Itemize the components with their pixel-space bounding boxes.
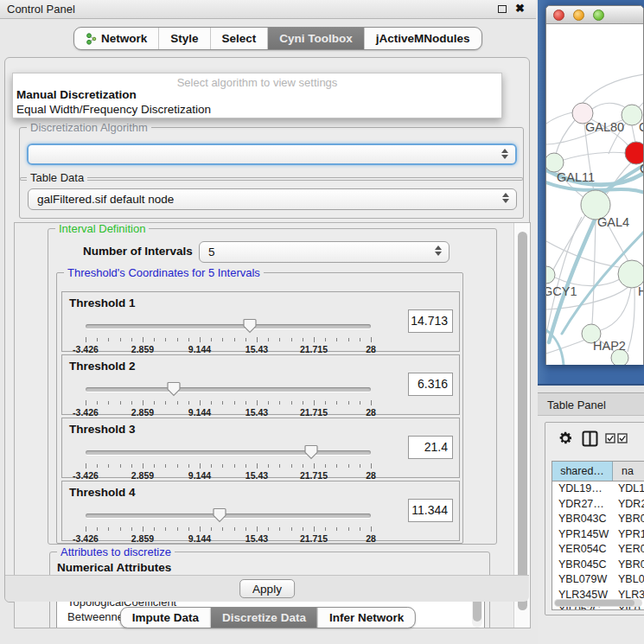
tab-label: Discretize Data (222, 611, 306, 624)
threshold-slider[interactable]: -3.4262.8599.14415.4321.71528 (84, 507, 373, 542)
network-edge[interactable] (632, 125, 635, 143)
network-node-gal11[interactable] (546, 153, 564, 172)
slider-track[interactable] (86, 450, 371, 455)
column-header-shared-name[interactable]: shared… (552, 462, 613, 481)
table-row[interactable]: YDL19…YDL1 (552, 481, 644, 497)
slider-tick (108, 464, 109, 468)
table-row[interactable]: YPR145WYPR1 (552, 527, 644, 543)
slider-thumb[interactable] (213, 507, 226, 523)
slider-thumb[interactable] (243, 318, 257, 334)
threshold-value-field[interactable]: 14.713 (408, 309, 453, 333)
cyni-bottom-tab-bar: Impute DataDiscretize DataInfer Network (120, 607, 416, 628)
checkbox-icon[interactable] (617, 433, 628, 443)
slider-track[interactable] (86, 513, 371, 518)
slider-tick (268, 338, 269, 341)
slider-tick (97, 401, 98, 405)
network-node-label: GCY1 (546, 284, 577, 298)
network-edge[interactable] (556, 120, 575, 154)
bottom-tab-impute-data[interactable]: Impute Data (121, 608, 210, 628)
threshold-value-field[interactable]: 11.344 (408, 499, 453, 522)
tab-jactivemnodules[interactable]: jActiveMNodules (364, 28, 481, 49)
slider-tick (325, 527, 326, 531)
apply-button[interactable]: Apply (239, 579, 295, 598)
table-row[interactable]: YER054CYER0 (552, 542, 644, 558)
algorithm-option-equal-width-frequency-discretization[interactable]: Equal Width/Frequency Discretization (16, 103, 211, 116)
split-columns-icon[interactable] (582, 430, 598, 447)
slider-tick (360, 338, 360, 341)
bottom-tab-discretize-data[interactable]: Discretize Data (210, 608, 317, 628)
slider-tick (200, 463, 201, 469)
threshold-slider[interactable]: -3.4262.8599.14415.4321.71528 (84, 444, 373, 479)
table-row[interactable]: YBR043CYBR0 (552, 512, 644, 527)
tab-select[interactable]: Select (210, 28, 268, 49)
panel-gap (538, 386, 644, 392)
gear-icon[interactable] (558, 430, 573, 446)
slider-tick (97, 464, 98, 468)
tab-cyni-toolbox[interactable]: Cyni Toolbox (267, 28, 364, 49)
table-row[interactable]: YBL079WYBL0 (552, 572, 644, 588)
threshold-value-field[interactable]: 21.4 (408, 436, 453, 459)
cell-shared-name: YPR145W (552, 527, 613, 543)
number-of-intervals-label: Number of Intervals (83, 245, 193, 258)
slider-tick (211, 401, 212, 405)
float-window-icon[interactable] (498, 5, 507, 13)
slider-tick-label: 2.859 (131, 344, 154, 354)
table-row[interactable]: YDR27…YDR2 (552, 497, 644, 513)
slider-tick (245, 527, 246, 531)
slider-tick (211, 527, 212, 531)
slider-tick (279, 401, 280, 405)
tab-network[interactable]: Network (74, 28, 158, 49)
slider-tick (336, 401, 337, 405)
bottom-tab-infer-network[interactable]: Infer Network (317, 608, 415, 628)
slider-tick (211, 464, 212, 468)
minimize-light-icon[interactable] (573, 10, 584, 21)
table-horizontal-scrollbar[interactable] (554, 599, 642, 607)
node-table[interactable]: shared… na YDL19…YDL1YDR27…YDR2YBR043CYB… (552, 461, 644, 610)
algorithm-combobox[interactable] (27, 143, 517, 165)
slider-thumb[interactable] (304, 444, 318, 460)
network-edge[interactable] (592, 220, 596, 324)
slider-track[interactable] (86, 387, 371, 392)
algorithm-option-manual-discretization[interactable]: Manual Discretization (16, 88, 137, 101)
table-row[interactable]: YBR045CYBR0 (552, 558, 644, 573)
table-data-combobox[interactable]: galFiltered.sif default node (28, 188, 517, 210)
close-light-icon[interactable] (553, 10, 564, 21)
number-of-intervals-combobox[interactable]: 5 (199, 241, 450, 263)
slider-tick (291, 401, 292, 405)
threshold-slider[interactable]: -3.4262.8599.14415.4321.71528 (84, 318, 373, 353)
checkbox-icon[interactable] (605, 433, 615, 443)
slider-tick (360, 527, 360, 531)
network-edge[interactable] (546, 340, 585, 354)
slider-tick (97, 527, 98, 531)
network-node-label: H (638, 284, 643, 298)
slider-tick (348, 401, 349, 405)
slider-tick (257, 400, 258, 405)
slider-track[interactable] (86, 324, 371, 328)
slider-tick (371, 463, 372, 469)
network-edge[interactable] (546, 112, 572, 124)
threshold-slider[interactable]: -3.4262.8599.14415.4321.71528 (84, 381, 373, 416)
stepper-icon (501, 149, 508, 159)
table-data-group: Table Data galFiltered.sif default node (19, 177, 524, 219)
slider-tick (234, 338, 235, 341)
network-edge[interactable] (564, 152, 626, 160)
threshold-value-field[interactable]: 6.316 (408, 373, 453, 396)
network-node-label: GA (639, 120, 643, 134)
network-edge[interactable] (583, 74, 643, 103)
column-header-name[interactable]: na (613, 462, 644, 481)
settings-vertical-scrollbar[interactable] (513, 223, 530, 628)
slider-tick-label: 9.144 (188, 470, 211, 481)
network-canvas[interactable]: GAL80GACGAL11GAL4GCY1HHAP2 (546, 24, 643, 365)
table-panel-area: shared… na YDL19…YDL1YDR27…YDR2YBR043CYB… (538, 416, 644, 644)
slider-tick (314, 463, 315, 469)
close-icon[interactable]: ✖ (515, 2, 525, 15)
tab-style[interactable]: Style (158, 28, 209, 49)
network-graph[interactable]: GAL80GACGAL11GAL4GCY1HHAP2 (546, 24, 643, 365)
cell-name: YER0 (613, 542, 644, 558)
zoom-light-icon[interactable] (593, 10, 604, 21)
slider-thumb[interactable] (167, 381, 181, 397)
slider-tick-label: -3.426 (73, 407, 99, 418)
scrollbar-thumb[interactable] (518, 232, 527, 610)
threshold-title: Threshold 2 (69, 360, 136, 373)
slider-tick (371, 526, 372, 532)
